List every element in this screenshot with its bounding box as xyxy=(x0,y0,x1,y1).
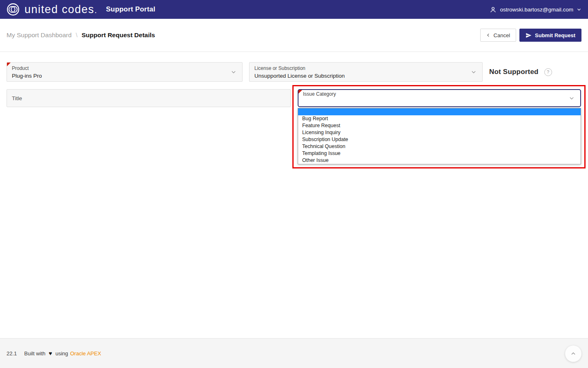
issue-category-option[interactable]: Licensing Inquiry xyxy=(298,129,581,136)
user-icon xyxy=(490,6,497,13)
page-header: My Support Dashboard \ Support Request D… xyxy=(0,19,588,52)
required-marker xyxy=(7,63,11,66)
submit-request-button[interactable]: Submit Request xyxy=(519,29,581,42)
issue-category-option[interactable]: Technical Question xyxy=(298,143,581,150)
breadcrumb-separator: \ xyxy=(76,31,77,39)
chevron-up-icon xyxy=(570,351,576,357)
issue-category-label: Issue Category xyxy=(303,91,336,97)
issue-category-dropdown: Bug ReportFeature RequestLicensing Inqui… xyxy=(298,108,581,164)
footer: 22.1 Built with ♥ using Oracle APEX xyxy=(0,338,588,368)
license-label: License or Subscription xyxy=(254,65,477,71)
cancel-button-label: Cancel xyxy=(494,32,510,38)
support-status-text: Not Supported xyxy=(489,68,539,76)
brand-home-link[interactable]: united codes. Support Portal xyxy=(7,3,155,16)
brand-name: united codes. xyxy=(24,3,97,16)
scroll-to-top-button[interactable] xyxy=(565,346,581,362)
chevron-down-icon xyxy=(577,7,581,12)
user-email: ostrowski.bartosz@gmail.com xyxy=(500,7,573,13)
license-value: Unsupported License or Subscription xyxy=(254,73,477,79)
license-select[interactable]: License or Subscription Unsupported Lice… xyxy=(249,62,483,82)
product-value: Plug-ins Pro xyxy=(12,73,237,79)
brand-dot: . xyxy=(95,8,97,14)
support-status: Not Supported ? xyxy=(489,62,552,82)
issue-category-option[interactable] xyxy=(298,108,581,115)
issue-category-option[interactable]: Bug Report xyxy=(298,115,581,122)
navbar: united codes. Support Portal ostrowski.b… xyxy=(0,0,588,19)
send-icon xyxy=(526,32,532,38)
support-portal-app: united codes. Support Portal ostrowski.b… xyxy=(0,0,588,368)
required-marker xyxy=(298,90,302,94)
version-label: 22.1 xyxy=(7,350,17,357)
product-label: Product xyxy=(12,65,237,71)
using-text: using xyxy=(56,350,68,357)
breadcrumb-dashboard-link[interactable]: My Support Dashboard xyxy=(7,31,71,39)
chevron-down-icon xyxy=(569,95,575,101)
breadcrumb: My Support Dashboard \ Support Request D… xyxy=(7,31,155,39)
united-codes-logo-icon xyxy=(7,3,20,16)
user-menu[interactable]: ostrowski.bartosz@gmail.com xyxy=(490,6,581,13)
page-title: Support Request Details xyxy=(82,31,155,39)
title-label: Title xyxy=(12,95,22,101)
chevron-down-icon xyxy=(471,69,477,75)
issue-category-select[interactable]: Issue Category xyxy=(298,89,581,107)
heart-icon: ♥ xyxy=(49,350,52,357)
product-select[interactable]: Product Plug-ins Pro xyxy=(7,62,243,82)
chevron-down-icon xyxy=(231,69,236,75)
cancel-button[interactable]: Cancel xyxy=(480,29,516,42)
issue-category-option[interactable]: Feature Request xyxy=(298,122,581,129)
issue-category-option[interactable]: Templating Issue xyxy=(298,150,581,157)
issue-category-option[interactable]: Other Issue xyxy=(298,157,581,164)
title-input[interactable]: Title xyxy=(7,89,291,107)
chevron-left-icon xyxy=(486,33,490,37)
help-icon[interactable]: ? xyxy=(544,68,552,76)
submit-button-label: Submit Request xyxy=(535,32,575,38)
built-with-text: Built with xyxy=(24,350,45,357)
oracle-apex-link[interactable]: Oracle APEX xyxy=(70,350,101,357)
app-title: Support Portal xyxy=(106,5,156,13)
issue-category-option[interactable]: Subscription Update xyxy=(298,136,581,143)
